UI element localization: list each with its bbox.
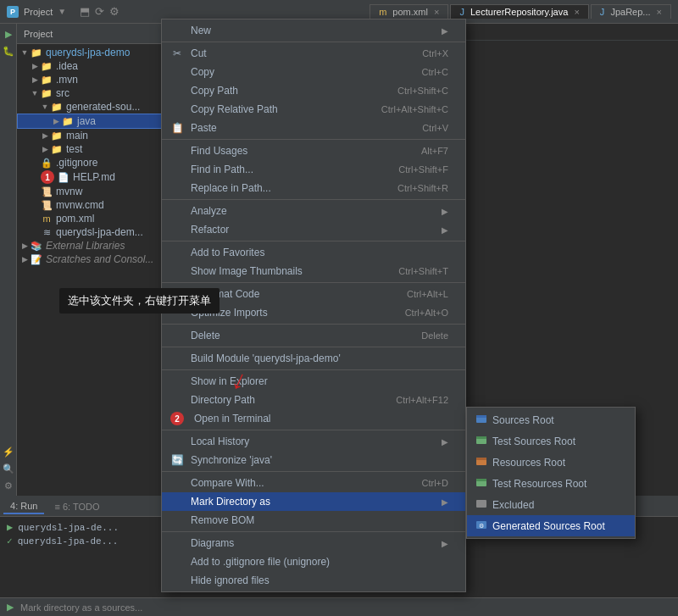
menu-thumb-label: Show Image Thumbnails (191, 265, 392, 277)
menu-hideignored-label: Hide ignored files (191, 574, 448, 586)
svg-rect-8 (476, 500, 486, 508)
submenu-item-resources[interactable]: Resources Root (467, 452, 635, 473)
menu-item-mark-dir[interactable]: Mark Directory as ▶ (162, 492, 465, 511)
menu-item-copy[interactable]: Copy Ctrl+C (162, 63, 465, 81)
menu-cut-shortcut: Ctrl+X (422, 48, 448, 58)
menu-sync-icon: 🔄 (170, 453, 184, 467)
submenu-icon-gen-sources: ⚙ (475, 519, 487, 533)
submenu-label-gen-sources: Generated Sources Root (492, 520, 626, 532)
menu-findusages-icon (170, 144, 184, 158)
menu-localhistory-label: Local History (191, 436, 435, 447)
menu-delete-icon (170, 329, 184, 342)
menu-copy-shortcut: Ctrl+C (422, 67, 448, 77)
menu-fav-icon (170, 246, 184, 259)
menu-paste-label: Paste (191, 122, 415, 134)
submenu-item-sources[interactable]: Sources Root (467, 409, 635, 430)
menu-new-label: New (191, 25, 435, 36)
menu-delete-label: Delete (191, 330, 414, 341)
menu-analyze-label: Analyze (191, 205, 435, 217)
menu-refactor-arrow: ▶ (442, 225, 448, 235)
menu-item-remove-bom[interactable]: Remove BOM (162, 511, 465, 530)
menu-item-cut[interactable]: ✂ Cut Ctrl+X (162, 44, 465, 63)
menu-sep-7 (162, 347, 465, 347)
tooltip-text: 选中该文件夹，右键打开菜单 (68, 294, 211, 307)
svg-text:⚙: ⚙ (479, 523, 484, 529)
menu-item-terminal[interactable]: 2 Open in Terminal (162, 409, 465, 428)
menu-gitignore-label: Add to .gitignore file (unignore) (191, 556, 448, 568)
svg-rect-5 (476, 458, 486, 460)
menu-item-thumbnails[interactable]: Show Image Thumbnails Ctrl+Shift+T (162, 262, 465, 280)
menu-item-diagrams[interactable]: Diagrams ▶ (162, 534, 465, 552)
menu-item-copy-rel[interactable]: Copy Relative Path Ctrl+Alt+Shift+C (162, 100, 465, 119)
menu-item-delete[interactable]: Delete Delete (162, 326, 465, 345)
menu-sync-label: Synchronize 'java' (191, 454, 448, 466)
menu-item-replace-path[interactable]: Replace in Path... Ctrl+Shift+R (162, 179, 465, 197)
menu-optimize-shortcut: Ctrl+Alt+O (405, 308, 448, 318)
menu-sep-8 (162, 369, 465, 370)
menu-item-build[interactable]: Build Module 'querydsl-jpa-demo' (162, 349, 465, 368)
menu-localhistory-arrow: ▶ (442, 437, 448, 447)
menu-sep-5 (162, 282, 465, 283)
menu-item-compare[interactable]: Compare With... Ctrl+D (162, 474, 465, 492)
menu-diagrams-label: Diagrams (191, 537, 435, 549)
menu-sep-4 (162, 241, 465, 241)
submenu-item-test-resources[interactable]: Test Resources Root (467, 473, 635, 494)
menu-diagrams-icon (170, 536, 184, 550)
menu-item-local-history[interactable]: Local History ▶ (162, 432, 465, 451)
menu-removebom-icon (170, 513, 184, 527)
menu-item-sync[interactable]: 🔄 Synchronize 'java' (162, 451, 465, 469)
menu-new-arrow: ▶ (442, 26, 448, 36)
menu-item-refactor[interactable]: Refactor ▶ (162, 220, 465, 239)
menu-item-show-explorer[interactable]: Show in Explorer (162, 372, 465, 391)
menu-refactor-icon (170, 223, 184, 236)
menu-build-icon (170, 352, 184, 365)
menu-findpath-label: Find in Path... (191, 164, 392, 175)
menu-copyrel-shortcut: Ctrl+Alt+Shift+C (381, 104, 448, 114)
menu-findusages-shortcut: Alt+F7 (421, 146, 448, 156)
tooltip-box: 选中该文件夹，右键打开菜单 (59, 288, 220, 314)
menu-item-copy-path[interactable]: Copy Path Ctrl+Shift+C (162, 81, 465, 100)
submenu-icon-resources (475, 455, 487, 469)
menu-sep-3 (162, 199, 465, 200)
menu-terminal-label: Open in Terminal (194, 413, 448, 425)
menu-sep-6 (162, 324, 465, 325)
svg-rect-7 (476, 479, 486, 481)
menu-thumb-shortcut: Ctrl+Shift+T (398, 266, 448, 276)
menu-item-find-path[interactable]: Find in Path... Ctrl+Shift+F (162, 160, 465, 179)
menu-item-gitignore[interactable]: Add to .gitignore file (unignore) (162, 552, 465, 571)
menu-replacepath-icon (170, 181, 184, 195)
menu-item-dir-path[interactable]: Directory Path Ctrl+Alt+F12 (162, 391, 465, 409)
submenu-item-test-sources[interactable]: Test Sources Root (467, 430, 635, 452)
menu-replacepath-label: Replace in Path... (191, 182, 391, 194)
menu-hideignored-icon (170, 574, 184, 587)
menu-copypath-icon (170, 84, 184, 97)
menu-reformat-shortcut: Ctrl+Alt+L (407, 289, 448, 299)
submenu-item-gen-sources[interactable]: ⚙ Generated Sources Root (467, 515, 635, 536)
menu-paste-shortcut: Ctrl+V (422, 123, 448, 133)
menu-delete-shortcut: Delete (421, 330, 448, 341)
context-menu-overlay: New ▶ ✂ Cut Ctrl+X Copy Ctrl+C Copy Path… (0, 0, 678, 616)
menu-new-icon (170, 24, 184, 37)
svg-rect-3 (476, 436, 486, 439)
menu-item-new[interactable]: New ▶ (162, 21, 465, 40)
menu-sep-9 (162, 430, 465, 430)
menu-diagrams-arrow: ▶ (442, 539, 448, 548)
menu-markdir-arrow: ▶ (442, 497, 448, 507)
menu-dirpath-label: Directory Path (191, 394, 389, 406)
menu-item-analyze[interactable]: Analyze ▶ (162, 202, 465, 220)
menu-fav-label: Add to Favorites (191, 247, 448, 258)
menu-item-find-usages[interactable]: Find Usages Alt+F7 (162, 142, 465, 160)
submenu-icon-test-resources (475, 476, 487, 491)
menu-reformat-label: Reformat Code (191, 288, 400, 300)
menu-markdir-label: Mark Directory as (191, 496, 435, 508)
menu-compare-label: Compare With... (191, 477, 415, 489)
menu-item-hide-ignored[interactable]: Hide ignored files (162, 571, 465, 590)
menu-paste-icon: 📋 (170, 121, 184, 135)
menu-item-favorites[interactable]: Add to Favorites (162, 243, 465, 262)
menu-localhistory-icon (170, 435, 184, 448)
submenu-icon-excluded (475, 497, 487, 512)
menu-compare-shortcut: Ctrl+D (422, 478, 448, 488)
menu-item-paste[interactable]: 📋 Paste Ctrl+V (162, 119, 465, 137)
submenu-item-excluded[interactable]: Excluded (467, 494, 635, 515)
menu-copypath-shortcut: Ctrl+Shift+C (397, 86, 448, 96)
